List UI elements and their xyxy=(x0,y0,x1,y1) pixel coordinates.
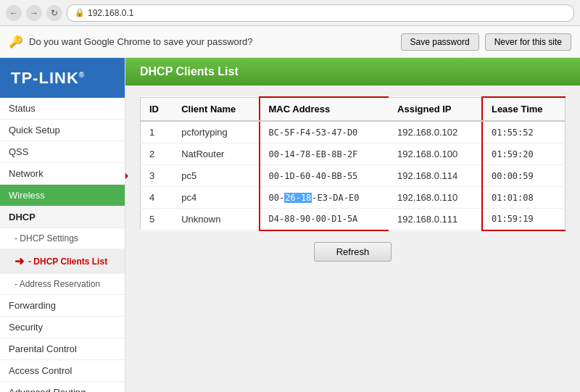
cell-ip: 192.168.0.102 xyxy=(389,121,482,143)
table-row: 2 NatRouter 00-14-78-EB-8B-2F 192.168.0.… xyxy=(141,143,566,165)
dhcp-clients-table: ID Client Name MAC Address Assigned IP L… xyxy=(140,96,566,231)
table-row: ➜ 3 pc5 00-1D-60-40-BB-55 192.168.0.114 … xyxy=(141,165,566,187)
col-header-client-name: Client Name xyxy=(173,97,259,121)
cell-mac: 00-14-78-EB-8B-2F xyxy=(260,143,389,165)
sidebar-item-advanced-routing[interactable]: Advanced Routing xyxy=(0,382,125,392)
cell-id: ➜ 3 xyxy=(141,165,173,187)
cell-lease: 00:00:59 xyxy=(482,165,566,187)
sidebar-item-network[interactable]: Network xyxy=(0,163,125,185)
sidebar-item-wireless[interactable]: Wireless xyxy=(0,185,125,207)
content-header: DHCP Clients List xyxy=(125,58,580,86)
cell-name: NatRouter xyxy=(173,143,259,165)
table-row: 5 Unknown D4-88-90-00-D1-5A 192.168.0.11… xyxy=(141,209,566,230)
cell-lease: 01:55:52 xyxy=(482,121,566,143)
cell-id: 2 xyxy=(141,143,173,165)
browser-chrome: ← → ↻ 🔒 192.168.0.1 xyxy=(0,0,580,26)
save-password-bar: 🔑 Do you want Google Chrome to save your… xyxy=(0,26,580,58)
col-header-ip: Assigned IP xyxy=(389,97,482,121)
cell-mac: 00-26-18-E3-DA-E0 xyxy=(260,187,389,209)
cell-lease: 01:59:19 xyxy=(482,209,566,230)
sidebar-item-dhcp-settings[interactable]: - DHCP Settings xyxy=(0,228,125,249)
cell-id: 1 xyxy=(141,121,173,143)
main-layout: TP-LINK® Status Quick Setup QSS Network … xyxy=(0,58,580,392)
sidebar-item-dhcp-clients-list[interactable]: ➜ - DHCP Clients List xyxy=(0,249,125,274)
tp-link-logo: TP-LINK® xyxy=(0,58,125,98)
sidebar-item-access-control[interactable]: Access Control xyxy=(0,360,125,382)
cell-mac: BC-5F-F4-53-47-D0 xyxy=(260,121,389,143)
cell-mac: D4-88-90-00-D1-5A xyxy=(260,209,389,230)
col-header-lease: Lease Time xyxy=(482,97,566,121)
sidebar-item-parental-control[interactable]: Parental Control xyxy=(0,338,125,360)
cell-name: Unknown xyxy=(173,209,259,230)
sidebar-item-security[interactable]: Security xyxy=(0,317,125,338)
sidebar-item-address-reservation[interactable]: - Address Reservation xyxy=(0,274,125,295)
reload-button[interactable]: ↻ xyxy=(46,5,62,21)
sidebar-item-quick-setup[interactable]: Quick Setup xyxy=(0,120,125,141)
sidebar-menu: Status Quick Setup QSS Network Wireless … xyxy=(0,98,125,392)
sidebar-item-status[interactable]: Status xyxy=(0,98,125,120)
cell-ip: 192.168.0.114 xyxy=(389,165,482,187)
cell-id: 5 xyxy=(141,209,173,230)
col-header-mac: MAC Address xyxy=(260,97,389,121)
sidebar-item-dhcp[interactable]: DHCP xyxy=(0,207,125,228)
cell-ip: 192.168.0.110 xyxy=(389,187,482,209)
cell-name: pc5 xyxy=(173,165,259,187)
key-icon: 🔑 xyxy=(9,35,23,49)
table-row: 4 pc4 00-26-18-E3-DA-E0 192.168.0.110 01… xyxy=(141,187,566,209)
table-row: 1 pcfortyping BC-5F-F4-53-47-D0 192.168.… xyxy=(141,121,566,143)
save-password-message: Do you want Google Chrome to save your p… xyxy=(29,36,395,47)
cell-lease: 01:59:20 xyxy=(482,143,566,165)
cell-name: pc4 xyxy=(173,187,259,209)
cell-ip: 192.168.0.100 xyxy=(389,143,482,165)
forward-button[interactable]: → xyxy=(26,5,42,21)
never-save-button[interactable]: Never for this site xyxy=(485,33,571,51)
sidebar: TP-LINK® Status Quick Setup QSS Network … xyxy=(0,58,125,392)
back-button[interactable]: ← xyxy=(6,5,22,21)
cell-ip: 192.168.0.111 xyxy=(389,209,482,230)
cell-id: 4 xyxy=(141,187,173,209)
content-area: DHCP Clients List ID Client Name MAC Add… xyxy=(125,58,580,392)
page-title: DHCP Clients List xyxy=(140,65,239,78)
sidebar-item-forwarding[interactable]: Forwarding xyxy=(0,295,125,317)
cell-name: pcfortyping xyxy=(173,121,259,143)
cell-lease: 01:01:08 xyxy=(482,187,566,209)
logo-text: TP-LINK® xyxy=(11,69,85,88)
save-password-button[interactable]: Save password xyxy=(401,33,479,51)
address-text: 192.168.0.1 xyxy=(88,8,133,18)
content-body: ID Client Name MAC Address Assigned IP L… xyxy=(125,86,580,283)
lock-icon: 🔒 xyxy=(75,8,85,17)
sidebar-item-qss[interactable]: QSS xyxy=(0,141,125,163)
cell-mac: 00-1D-60-40-BB-55 xyxy=(260,165,389,187)
refresh-container: Refresh xyxy=(140,231,566,272)
address-bar[interactable]: 🔒 192.168.0.1 xyxy=(67,4,574,22)
refresh-button[interactable]: Refresh xyxy=(314,242,392,262)
col-header-id: ID xyxy=(141,97,173,121)
